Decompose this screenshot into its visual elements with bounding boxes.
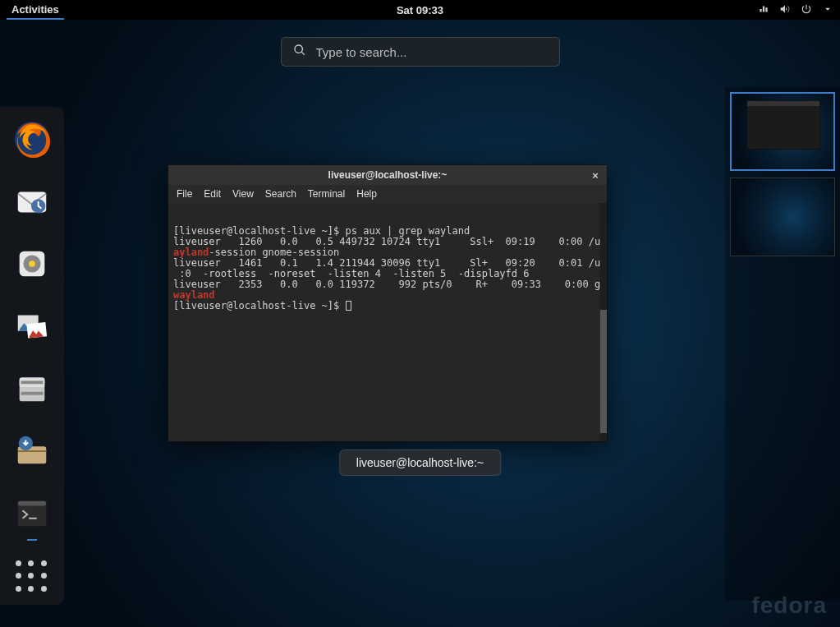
network-icon[interactable]: [758, 3, 769, 17]
power-icon[interactable]: [801, 3, 812, 17]
fedora-watermark: fedora: [751, 592, 827, 619]
overview-search[interactable]: [281, 37, 560, 67]
terminal-icon[interactable]: [11, 493, 53, 534]
close-icon: ×: [592, 169, 599, 182]
close-button[interactable]: ×: [589, 168, 602, 182]
scrollbar-thumb[interactable]: [600, 310, 607, 433]
shotwell-icon[interactable]: [11, 306, 53, 347]
window-titlebar[interactable]: liveuser@localhost-live:~ ×: [168, 165, 607, 185]
dropdown-icon[interactable]: [822, 3, 833, 17]
menu-search[interactable]: Search: [265, 188, 296, 200]
search-icon: [293, 44, 306, 60]
evolution-icon[interactable]: [11, 181, 53, 222]
menu-view[interactable]: View: [232, 188, 254, 200]
software-icon[interactable]: [11, 431, 53, 472]
top-bar: Activities Sat 09:33: [0, 0, 840, 20]
workspace-thumb-1[interactable]: [730, 92, 835, 171]
terminal-window[interactable]: liveuser@localhost-live:~ × File Edit Vi…: [168, 164, 608, 442]
overview-window-label: liveuser@localhost-live:~: [339, 450, 501, 476]
svg-point-5: [29, 260, 35, 267]
dash: [0, 107, 64, 605]
menu-file[interactable]: File: [177, 188, 192, 200]
mini-window-preview: [746, 100, 820, 150]
volume-icon[interactable]: [779, 3, 791, 17]
terminal-menubar: File Edit View Search Terminal Help: [168, 185, 607, 203]
search-input[interactable]: [316, 45, 548, 59]
show-applications-button[interactable]: [16, 560, 48, 593]
svg-rect-10: [21, 380, 44, 384]
clock-label[interactable]: Sat 09:33: [397, 4, 443, 16]
rhythmbox-icon[interactable]: [11, 243, 53, 284]
menu-edit[interactable]: Edit: [204, 188, 221, 200]
system-status-area[interactable]: [758, 3, 833, 17]
activities-button[interactable]: Activities: [7, 1, 64, 20]
menu-terminal[interactable]: Terminal: [308, 188, 345, 200]
workspace-switcher: [725, 87, 840, 601]
files-icon[interactable]: [11, 368, 53, 409]
menu-help[interactable]: Help: [356, 188, 377, 200]
terminal-output[interactable]: [liveuser@localhost-live ~]$ ps aux | gr…: [168, 203, 607, 441]
firefox-icon[interactable]: [11, 118, 53, 159]
workspace-thumb-2[interactable]: [730, 177, 835, 256]
svg-rect-15: [18, 501, 47, 506]
window-title: liveuser@localhost-live:~: [328, 169, 448, 181]
scrollbar[interactable]: [600, 203, 607, 441]
svg-rect-11: [21, 392, 44, 395]
